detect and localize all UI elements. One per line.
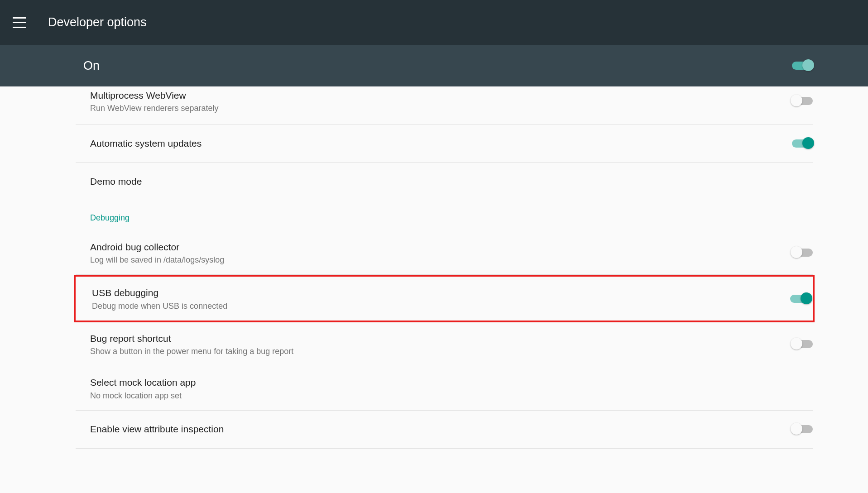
setting-view-attribute[interactable]: Enable view attribute inspection: [76, 411, 813, 449]
setting-bug-report-shortcut[interactable]: Bug report shortcut Show a button in the…: [76, 322, 813, 366]
setting-text: Android bug collector Log will be saved …: [90, 240, 792, 265]
bug-report-shortcut-toggle[interactable]: [792, 340, 813, 349]
setting-auto-updates[interactable]: Automatic system updates: [76, 124, 813, 163]
setting-text: Enable view attribute inspection: [90, 422, 792, 436]
view-attribute-toggle[interactable]: [792, 425, 813, 434]
setting-title: USB debugging: [92, 286, 790, 299]
master-toggle[interactable]: [792, 61, 813, 70]
page-title: Developer options: [48, 15, 147, 29]
app-header: Developer options: [0, 0, 868, 45]
setting-subtitle: Show a button in the power menu for taki…: [90, 347, 792, 356]
setting-bug-collector[interactable]: Android bug collector Log will be saved …: [76, 231, 813, 275]
settings-list: Multiprocess WebView Run WebView rendere…: [76, 86, 813, 449]
usb-debugging-toggle[interactable]: [790, 294, 811, 303]
bug-collector-toggle[interactable]: [792, 248, 813, 257]
master-toggle-label: On: [83, 59, 100, 73]
section-header-debugging: Debugging: [76, 201, 813, 231]
setting-text: Multiprocess WebView Run WebView rendere…: [90, 89, 792, 113]
setting-text: Bug report shortcut Show a button in the…: [90, 332, 792, 356]
setting-subtitle: Log will be saved in /data/logs/syslog: [90, 255, 792, 265]
settings-content: Multiprocess WebView Run WebView rendere…: [0, 86, 868, 449]
setting-title: Multiprocess WebView: [90, 89, 792, 102]
setting-title: Select mock location app: [90, 376, 813, 389]
setting-subtitle: Run WebView renderers separately: [90, 104, 792, 113]
setting-usb-debugging[interactable]: USB debugging Debug mode when USB is con…: [74, 275, 815, 322]
setting-text: Automatic system updates: [90, 137, 792, 150]
hamburger-menu-icon[interactable]: [13, 17, 26, 28]
setting-demo-mode[interactable]: Demo mode: [76, 163, 813, 201]
setting-title: Automatic system updates: [90, 137, 792, 150]
setting-text: Select mock location app No mock locatio…: [90, 376, 813, 400]
master-toggle-bar[interactable]: On: [0, 45, 868, 86]
multiprocess-webview-toggle[interactable]: [792, 96, 813, 105]
setting-subtitle: No mock location app set: [90, 391, 813, 401]
auto-updates-toggle[interactable]: [792, 139, 813, 148]
setting-title: Android bug collector: [90, 240, 792, 254]
setting-title: Enable view attribute inspection: [90, 422, 792, 436]
setting-mock-location[interactable]: Select mock location app No mock locatio…: [76, 366, 813, 410]
setting-title: Demo mode: [90, 175, 813, 188]
setting-subtitle: Debug mode when USB is connected: [92, 302, 790, 311]
setting-text: Demo mode: [90, 175, 813, 188]
setting-multiprocess-webview[interactable]: Multiprocess WebView Run WebView rendere…: [76, 86, 813, 124]
setting-title: Bug report shortcut: [90, 332, 792, 345]
setting-text: USB debugging Debug mode when USB is con…: [92, 286, 790, 311]
